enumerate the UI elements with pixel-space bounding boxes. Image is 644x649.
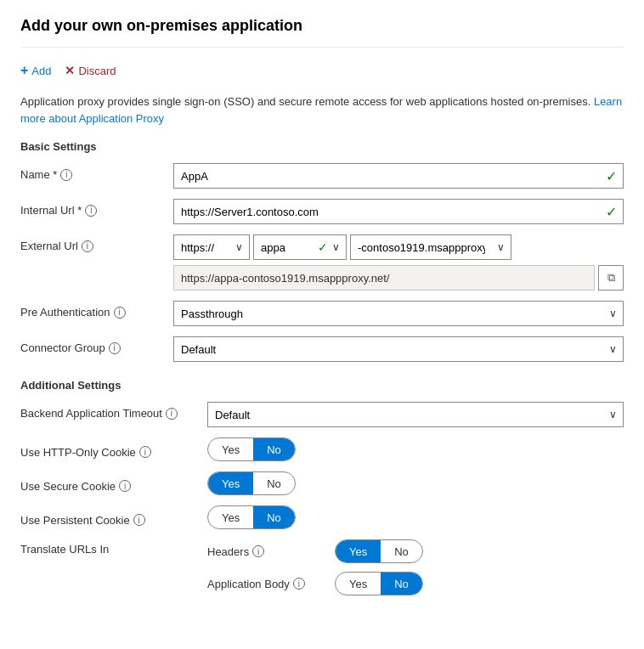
secure-cookie-label: Use Secure Cookie i xyxy=(20,475,207,493)
translate-urls-row: Translate URLs In Headers i Yes No Appli… xyxy=(20,539,624,604)
name-control: ✓ xyxy=(173,163,624,189)
connector-group-label: Connector Group i xyxy=(20,336,173,354)
internal-url-control: ✓ xyxy=(173,199,624,224)
backend-timeout-dropdown-wrapper: Default Long ∨ xyxy=(207,402,624,427)
external-url-selectors: https:// http:// ∨ appa ✓ ∨ -contoso1919… xyxy=(173,234,624,260)
external-url-preview-input[interactable] xyxy=(173,265,595,291)
add-button[interactable]: + Add xyxy=(20,59,51,82)
app-body-label: Application Body i xyxy=(207,578,335,590)
backend-timeout-info-icon[interactable]: i xyxy=(166,408,178,420)
external-url-info-icon[interactable]: i xyxy=(82,240,93,252)
secure-cookie-row: Use Secure Cookie i Yes No xyxy=(20,471,624,495)
http-only-cookie-toggle: Yes No xyxy=(207,437,296,461)
persistent-cookie-info-icon[interactable]: i xyxy=(133,514,145,526)
page-title: Add your own on-premises application xyxy=(20,17,624,35)
external-url-control: https:// http:// ∨ appa ✓ ∨ -contoso1919… xyxy=(173,234,624,291)
internal-url-row: Internal Url * i ✓ xyxy=(20,199,624,224)
http-only-cookie-row: Use HTTP-Only Cookie i Yes No xyxy=(20,437,624,461)
backend-timeout-row: Backend Application Timeout i Default Lo… xyxy=(20,402,624,427)
backend-timeout-dropdown[interactable]: Default Long xyxy=(207,402,624,427)
pre-auth-dropdown[interactable]: Passthrough Azure Active Directory xyxy=(173,301,624,326)
headers-yes-button[interactable]: Yes xyxy=(336,540,381,562)
internal-url-check-icon: ✓ xyxy=(606,204,617,220)
persistent-cookie-no-button[interactable]: No xyxy=(253,506,295,528)
toolbar: + Add ✕ Discard xyxy=(20,59,624,82)
translate-urls-label: Translate URLs In xyxy=(20,539,207,556)
name-input[interactable] xyxy=(173,163,624,189)
headers-row: Headers i Yes No xyxy=(207,539,624,563)
app-body-no-button[interactable]: No xyxy=(381,573,422,595)
copy-url-button[interactable]: ⧉ xyxy=(598,265,624,291)
connector-group-dropdown-wrapper: Default ∨ xyxy=(173,336,624,362)
external-url-preview-row: ⧉ xyxy=(173,265,624,291)
basic-settings-title: Basic Settings xyxy=(20,140,624,153)
headers-info-icon[interactable]: i xyxy=(252,545,264,557)
plus-icon: + xyxy=(20,63,28,78)
description: Application proxy provides single sign-o… xyxy=(20,93,624,127)
persistent-cookie-row: Use Persistent Cookie i Yes No xyxy=(20,505,624,529)
persistent-cookie-yes-button[interactable]: Yes xyxy=(208,506,253,528)
internal-url-input[interactable] xyxy=(173,199,624,224)
connector-group-info-icon[interactable]: i xyxy=(109,342,121,354)
name-check-icon: ✓ xyxy=(606,168,617,184)
subdomain-dropdown[interactable]: appa xyxy=(253,234,347,260)
domain-dropdown[interactable]: -contoso1919.msappproxy.net/ xyxy=(350,234,511,260)
x-icon: ✕ xyxy=(65,64,75,77)
additional-settings-title: Additional Settings xyxy=(20,379,624,392)
connector-group-control: Default ∨ xyxy=(173,336,624,362)
subdomain-dropdown-wrapper: appa ✓ ∨ xyxy=(253,234,347,260)
app-body-row: Application Body i Yes No xyxy=(207,572,624,595)
persistent-cookie-toggle: Yes No xyxy=(207,505,296,529)
description-text: Application proxy provides single sign-o… xyxy=(20,95,590,108)
discard-label: Discard xyxy=(78,65,116,77)
http-only-cookie-yes-button[interactable]: Yes xyxy=(208,438,253,460)
backend-timeout-label: Backend Application Timeout i xyxy=(20,402,207,420)
http-only-cookie-no-button[interactable]: No xyxy=(253,438,295,460)
pre-auth-dropdown-wrapper: Passthrough Azure Active Directory ∨ xyxy=(173,301,624,326)
pre-auth-info-icon[interactable]: i xyxy=(114,307,126,319)
http-only-cookie-control: Yes No xyxy=(207,437,624,461)
secure-cookie-control: Yes No xyxy=(207,471,624,495)
translate-urls-control: Headers i Yes No Application Body i Yes … xyxy=(207,539,624,604)
headers-toggle: Yes No xyxy=(335,539,423,563)
persistent-cookie-label: Use Persistent Cookie i xyxy=(20,509,207,527)
app-body-info-icon[interactable]: i xyxy=(293,578,305,590)
name-input-wrapper: ✓ xyxy=(173,163,624,189)
external-url-label: External Url i xyxy=(20,234,173,252)
additional-settings-section: Additional Settings Backend Application … xyxy=(20,379,624,604)
secure-cookie-no-button[interactable]: No xyxy=(253,472,295,494)
http-only-cookie-info-icon[interactable]: i xyxy=(139,446,151,458)
external-url-row: External Url i https:// http:// ∨ appa ✓… xyxy=(20,234,624,291)
connector-group-dropdown[interactable]: Default xyxy=(173,336,624,362)
internal-url-label: Internal Url * i xyxy=(20,199,173,217)
domain-dropdown-wrapper: -contoso1919.msappproxy.net/ ∨ xyxy=(350,234,511,260)
app-body-yes-button[interactable]: Yes xyxy=(336,573,381,595)
scheme-dropdown-wrapper: https:// http:// ∨ xyxy=(173,234,250,260)
discard-button[interactable]: ✕ Discard xyxy=(65,59,116,82)
headers-label: Headers i xyxy=(207,545,335,558)
add-label: Add xyxy=(31,65,51,77)
scheme-dropdown[interactable]: https:// http:// xyxy=(173,234,250,260)
secure-cookie-toggle: Yes No xyxy=(207,471,296,495)
pre-auth-label: Pre Authentication i xyxy=(20,301,173,319)
pre-auth-row: Pre Authentication i Passthrough Azure A… xyxy=(20,301,624,326)
internal-url-info-icon[interactable]: i xyxy=(85,205,97,217)
connector-group-row: Connector Group i Default ∨ xyxy=(20,336,624,362)
headers-no-button[interactable]: No xyxy=(381,540,422,562)
secure-cookie-yes-button[interactable]: Yes xyxy=(208,472,253,494)
name-info-icon[interactable]: i xyxy=(60,169,72,181)
name-row: Name * i ✓ xyxy=(20,163,624,189)
name-label: Name * i xyxy=(20,163,173,181)
secure-cookie-info-icon[interactable]: i xyxy=(119,480,131,492)
title-divider xyxy=(20,47,624,48)
http-only-cookie-label: Use HTTP-Only Cookie i xyxy=(20,441,207,459)
internal-url-input-wrapper: ✓ xyxy=(173,199,624,224)
copy-icon: ⧉ xyxy=(607,271,615,285)
backend-timeout-control: Default Long ∨ xyxy=(207,402,624,427)
pre-auth-control: Passthrough Azure Active Directory ∨ xyxy=(173,301,624,326)
persistent-cookie-control: Yes No xyxy=(207,505,624,529)
app-body-toggle: Yes No xyxy=(335,572,423,595)
